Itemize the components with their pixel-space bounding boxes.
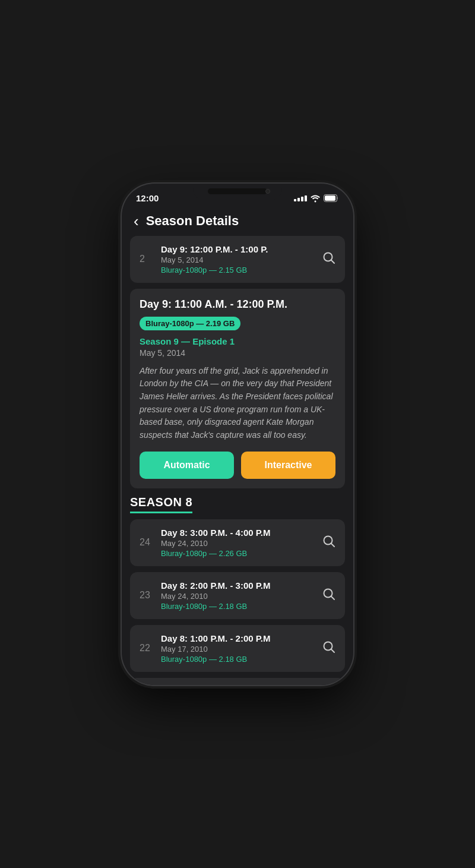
interactive-button[interactable]: Interactive — [241, 452, 335, 479]
automatic-button[interactable]: Automatic — [140, 452, 234, 479]
episode-quality: Bluray-1080p — 2.18 GB — [161, 602, 271, 611]
episode-number: 2 — [140, 254, 153, 264]
wifi-icon — [310, 194, 321, 203]
action-buttons: Automatic Interactive — [140, 452, 335, 479]
episode-card[interactable]: 21 Day 8: 12:00 P.M. - 1:00 P. May 10, 2… — [130, 678, 345, 685]
episode-info: Day 9: 12:00 P.M. - 1:00 P. May 5, 2014 … — [161, 244, 268, 274]
episode-card-left: 2 Day 9: 12:00 P.M. - 1:00 P. May 5, 201… — [140, 244, 268, 274]
svg-line-9 — [331, 649, 335, 652]
episode-card[interactable]: 23 Day 8: 2:00 P.M. - 3:00 P.M May 24, 2… — [130, 572, 345, 619]
episode-label: Season 9 — Episode 1 — [140, 336, 335, 346]
scroll-area[interactable]: 2 Day 9: 12:00 P.M. - 1:00 P. May 5, 201… — [122, 236, 353, 685]
expanded-date: May 5, 2014 — [140, 348, 335, 358]
episode-number: 23 — [140, 590, 153, 601]
season-title: SEASON 8 — [130, 495, 192, 513]
episode-date: May 5, 2014 — [161, 255, 268, 264]
svg-line-3 — [331, 260, 335, 263]
episode-info: Day 8: 3:00 P.M. - 4:00 P.M May 24, 2010… — [161, 528, 271, 558]
notch-pill — [208, 188, 267, 194]
camera-dot — [265, 189, 270, 194]
season-header: SEASON 8 — [130, 495, 345, 513]
episode-card[interactable]: 22 Day 8: 1:00 P.M. - 2:00 P.M May 17, 2… — [130, 625, 345, 672]
episode-title: Day 8: 3:00 P.M. - 4:00 P.M — [161, 528, 271, 538]
svg-rect-1 — [325, 195, 335, 201]
battery-icon — [324, 194, 339, 202]
episode-quality: Bluray-1080p — 2.26 GB — [161, 549, 271, 558]
nav-bar: ‹ Season Details — [122, 210, 353, 236]
episode-info: Day 8: 1:00 P.M. - 2:00 P.M May 17, 2010… — [161, 633, 271, 664]
page-title: Season Details — [146, 213, 239, 229]
quality-badge: Bluray-1080p — 2.19 GB — [140, 317, 240, 330]
episode-title: Day 9: 12:00 P.M. - 1:00 P. — [161, 244, 268, 254]
episode-title: Day 8: 2:00 P.M. - 3:00 P.M — [161, 580, 271, 591]
episode-card-compact[interactable]: 2 Day 9: 12:00 P.M. - 1:00 P. May 5, 201… — [130, 236, 345, 283]
episode-card-left: 22 Day 8: 1:00 P.M. - 2:00 P.M May 17, 2… — [140, 633, 271, 664]
notch — [193, 184, 282, 200]
search-icon[interactable] — [322, 251, 335, 267]
svg-line-7 — [331, 596, 335, 599]
episode-quality: Bluray-1080p — 2.18 GB — [161, 655, 271, 664]
signal-icon — [294, 195, 307, 201]
episode-card-left: 24 Day 8: 3:00 P.M. - 4:00 P.M May 24, 2… — [140, 528, 271, 558]
episode-description: After four years off the grid, Jack is a… — [140, 365, 335, 442]
episode-date: May 24, 2010 — [161, 539, 271, 548]
episode-date: May 17, 2010 — [161, 645, 271, 654]
episode-title: Day 8: 1:00 P.M. - 2:00 P.M — [161, 633, 271, 643]
status-time: 12:00 — [136, 193, 159, 203]
episode-number: 22 — [140, 643, 153, 654]
episode-quality: Bluray-1080p — 2.15 GB — [161, 266, 268, 274]
episode-expanded-card: Day 9: 11:00 A.M. - 12:00 P.M. Bluray-10… — [130, 289, 345, 488]
back-button[interactable]: ‹ — [134, 213, 139, 229]
phone-frame: 12:00 ‹ Season Details — [122, 184, 353, 685]
episode-date: May 24, 2010 — [161, 592, 271, 601]
episode-info: Day 8: 2:00 P.M. - 3:00 P.M May 24, 2010… — [161, 580, 271, 611]
search-icon[interactable] — [322, 588, 335, 604]
svg-line-5 — [331, 543, 335, 547]
status-icons — [294, 194, 339, 203]
season8-episode-list: 24 Day 8: 3:00 P.M. - 4:00 P.M May 24, 2… — [130, 519, 345, 685]
episode-card-left: 23 Day 8: 2:00 P.M. - 3:00 P.M May 24, 2… — [140, 580, 271, 611]
search-icon[interactable] — [322, 640, 335, 656]
episode-card[interactable]: 24 Day 8: 3:00 P.M. - 4:00 P.M May 24, 2… — [130, 519, 345, 566]
search-icon[interactable] — [322, 535, 335, 551]
expanded-title: Day 9: 11:00 A.M. - 12:00 P.M. — [140, 298, 335, 311]
episode-number: 24 — [140, 537, 153, 548]
